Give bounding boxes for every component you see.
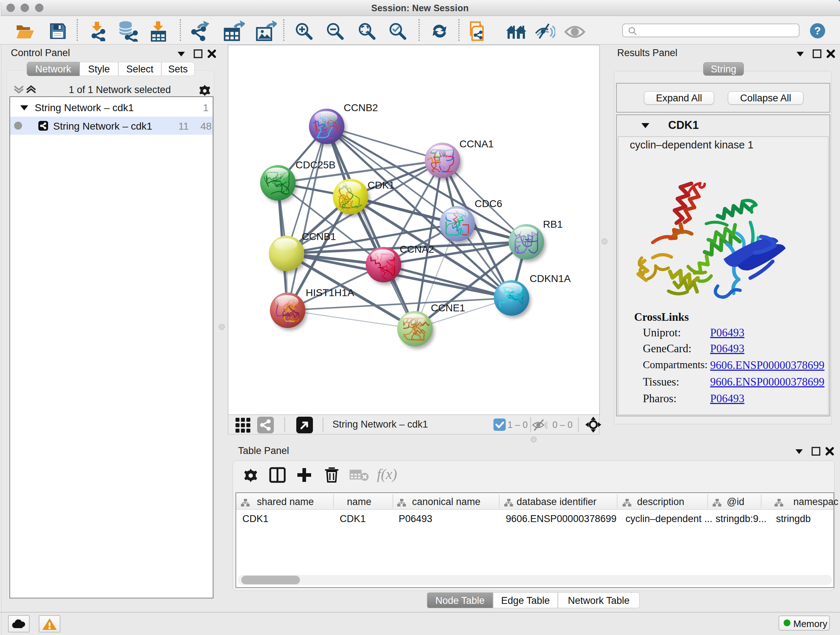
svg-text:CDK1: CDK1 — [368, 180, 395, 191]
svg-text:CDKN1A: CDKN1A — [530, 273, 571, 284]
svg-text:CCNE1: CCNE1 — [431, 302, 465, 314]
svg-text:HIST1H1A: HIST1H1A — [306, 287, 354, 298]
svg-text:CCNA2: CCNA2 — [400, 244, 434, 255]
svg-text:CCNB2: CCNB2 — [344, 102, 378, 113]
svg-text:CDC6: CDC6 — [475, 198, 502, 209]
svg-text:CCNB1: CCNB1 — [302, 231, 336, 242]
svg-text:CCNA1: CCNA1 — [459, 138, 494, 149]
svg-text:CDC25B: CDC25B — [295, 159, 335, 171]
svg-text:RB1: RB1 — [543, 219, 562, 230]
